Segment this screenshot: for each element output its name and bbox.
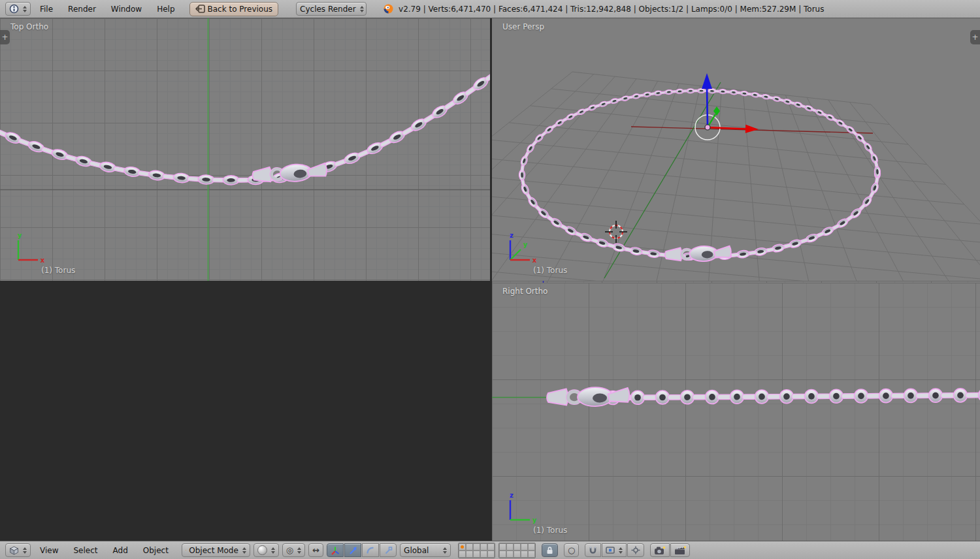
- svg-text:y: y: [18, 232, 22, 239]
- viewport-shading-select[interactable]: [253, 543, 279, 557]
- menu-render[interactable]: Render: [62, 5, 102, 14]
- menu-help[interactable]: Help: [151, 5, 180, 14]
- svg-text:z: z: [510, 492, 514, 499]
- manipulate-center-points-toggle[interactable]: ↔: [308, 543, 323, 557]
- plus-icon: +: [972, 33, 978, 42]
- pivot-point-select[interactable]: ◎: [282, 543, 305, 557]
- layer-cell[interactable]: [480, 551, 487, 558]
- pivot-point-icon: ◎: [286, 546, 293, 554]
- snap-target-select[interactable]: [627, 543, 644, 557]
- viewport-right-ortho[interactable]: zy Right Ortho (1) Torus: [492, 283, 980, 541]
- layer-cell[interactable]: [473, 551, 480, 558]
- info-editor-icon: [9, 4, 19, 14]
- svg-text:y: y: [523, 241, 528, 248]
- proportional-edit-icon: ○: [568, 546, 575, 554]
- layer-cell[interactable]: [499, 551, 506, 558]
- viewport-quad: yx Top Ortho (1) Torus + zyx User Persp …: [0, 18, 980, 541]
- snap-element-select[interactable]: [602, 543, 627, 557]
- render-engine-select[interactable]: Cycles Render: [296, 2, 367, 16]
- translate-manipulator-button[interactable]: [344, 543, 361, 557]
- back-arrow-icon: [195, 5, 205, 13]
- menu-object[interactable]: Object: [137, 546, 174, 555]
- clasp: [664, 245, 731, 263]
- object-mode-cube-icon: [186, 546, 186, 554]
- menu-select[interactable]: Select: [67, 546, 103, 555]
- translate-manipulator-widget[interactable]: [695, 73, 759, 140]
- editor-type-button[interactable]: [5, 543, 31, 557]
- back-to-previous-button[interactable]: Back to Previous: [189, 2, 279, 16]
- editor-type-button[interactable]: [5, 2, 31, 16]
- top-header: File Render Window Help Back to Previous…: [0, 0, 980, 18]
- layer-cell[interactable]: [528, 543, 535, 551]
- orientation-spinner: [443, 547, 447, 554]
- chain-object[interactable]: [519, 89, 880, 263]
- lock-camera-and-layers-button[interactable]: [542, 543, 558, 557]
- svg-text:z: z: [510, 232, 514, 239]
- orientation-value: Global: [404, 546, 429, 555]
- layer-cell[interactable]: [521, 551, 528, 558]
- layer-cell[interactable]: [506, 551, 514, 558]
- layer-cell[interactable]: [506, 543, 514, 551]
- viewport-label: Top Ortho: [10, 22, 48, 31]
- layer-group: [458, 543, 495, 558]
- back-to-previous-label: Back to Previous: [208, 5, 273, 14]
- camera-render-icon: [654, 546, 666, 555]
- mode-select[interactable]: Object Mode: [182, 543, 250, 557]
- transform-orientation-select[interactable]: Global: [400, 543, 451, 557]
- viewport-user-persp[interactable]: zyx User Persp (1) Torus +: [492, 18, 980, 281]
- clapperboard-icon: [674, 546, 686, 555]
- layer-cell[interactable]: [473, 543, 480, 551]
- layer-cell[interactable]: [514, 551, 521, 558]
- opengl-render-image-button[interactable]: [650, 543, 670, 557]
- snap-element-spinner: [619, 547, 623, 554]
- viewport-divider-horizontal[interactable]: [0, 281, 490, 283]
- menu-add[interactable]: Add: [107, 546, 134, 555]
- layer-cell[interactable]: [499, 543, 506, 551]
- layer-cell[interactable]: [480, 543, 487, 551]
- grid: [492, 283, 980, 541]
- toolshelf-expand-tab[interactable]: +: [0, 30, 10, 44]
- properties-expand-tab[interactable]: +: [970, 30, 980, 44]
- layer-cell[interactable]: [459, 551, 466, 558]
- viewport-label: Right Ortho: [502, 287, 547, 296]
- menu-window[interactable]: Window: [105, 5, 148, 14]
- scale-manipulator-button[interactable]: [380, 543, 397, 557]
- rotate-manipulator-button[interactable]: [362, 543, 379, 557]
- 3d-cursor-icon: [605, 221, 627, 243]
- axis-gizmo: zy: [510, 492, 537, 524]
- layer-cell[interactable]: [521, 543, 528, 551]
- scene-lock-icon: [546, 546, 554, 555]
- opengl-render-animation-button[interactable]: [670, 543, 690, 557]
- status-stats: v2.79 | Verts:6,471,470 | Faces:6,471,42…: [383, 3, 824, 14]
- layer-cell[interactable]: [466, 551, 473, 558]
- layer-cell[interactable]: [466, 543, 473, 551]
- editor-type-spinner: [23, 547, 27, 554]
- 3d-viewport-editor-icon: [9, 546, 19, 555]
- layer-cell[interactable]: [459, 543, 466, 551]
- layer-cell[interactable]: [514, 543, 521, 551]
- manipulator-toggles: [327, 543, 397, 557]
- active-layer-dot: [461, 545, 464, 549]
- snap-element-icon: [606, 546, 615, 554]
- snap-toggle-button[interactable]: [585, 543, 601, 557]
- mode-value: Object Mode: [189, 546, 238, 555]
- render-shortcuts: [650, 543, 690, 557]
- scale-icon: [384, 546, 393, 555]
- menu-view[interactable]: View: [34, 546, 64, 555]
- grid: [492, 283, 980, 541]
- rotate-arc-icon: [366, 546, 375, 555]
- layer-group: [498, 543, 536, 558]
- layer-cell[interactable]: [528, 551, 535, 558]
- menu-file[interactable]: File: [34, 5, 59, 14]
- pivot-spinner: [297, 547, 301, 554]
- mode-spinner: [242, 547, 246, 554]
- layer-cell[interactable]: [487, 551, 495, 558]
- layer-cell[interactable]: [487, 543, 495, 551]
- viewport-top-ortho[interactable]: yx Top Ortho (1) Torus +: [0, 18, 490, 281]
- active-object-label: (1) Torus: [533, 526, 567, 535]
- layers-widget: [458, 543, 536, 558]
- manipulator-toggle-button[interactable]: [327, 543, 344, 557]
- scene-stats-text: v2.79 | Verts:6,471,470 | Faces:6,471,42…: [399, 5, 824, 14]
- svg-text:x: x: [532, 257, 537, 264]
- proportional-edit-select[interactable]: ○: [564, 543, 579, 557]
